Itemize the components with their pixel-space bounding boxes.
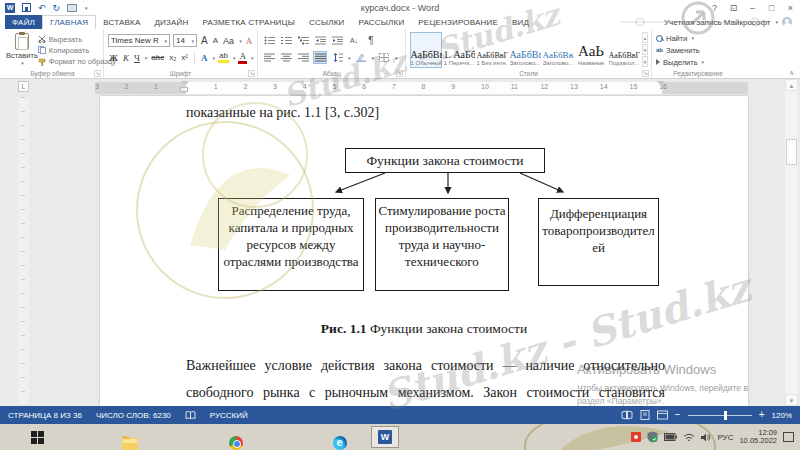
style-list-paragraph[interactable]: 1. АаБб 1 Перечи... xyxy=(443,32,475,68)
find-button[interactable]: Найти ▾ xyxy=(656,32,741,44)
tab-insert[interactable]: ВСТАВКА xyxy=(96,15,147,29)
edge-button[interactable] xyxy=(333,436,347,450)
word-count[interactable]: ЧИСЛО СЛОВ: 6230 xyxy=(96,411,171,420)
strikethrough-button[interactable]: abc xyxy=(150,53,165,62)
align-right-button[interactable] xyxy=(296,51,310,64)
shading-button[interactable] xyxy=(354,51,368,64)
undo-icon[interactable]: ↶ xyxy=(38,3,46,13)
clock[interactable]: 12:09 10.05.2022 xyxy=(739,429,777,446)
scrollbar-thumb[interactable] xyxy=(786,139,797,165)
diagram-box-differentiation[interactable]: Дифференциация товаропроизводителей xyxy=(538,198,659,286)
justify-button[interactable] xyxy=(313,51,327,64)
first-line-indent-marker[interactable] xyxy=(181,81,189,86)
tab-home[interactable]: ГЛАВНАЯ xyxy=(42,15,96,29)
body-text-line1[interactable]: Важнейшее условие действия закона стоимо… xyxy=(186,358,665,374)
style-normal[interactable]: АаБбВвГг, 1 Обычный xyxy=(410,32,442,68)
increase-indent-button[interactable] xyxy=(330,34,344,47)
tab-view[interactable]: ВИД xyxy=(505,15,536,29)
style-scroll-down-button[interactable]: ▾ xyxy=(642,44,648,55)
decrease-indent-button[interactable] xyxy=(313,34,327,47)
defender-shield-icon[interactable] xyxy=(647,431,658,443)
scroll-down-button[interactable]: ▼ xyxy=(785,394,798,406)
help-button[interactable]: ? xyxy=(705,3,724,13)
font-dialog-launcher[interactable]: ↘ xyxy=(248,70,255,77)
line-spacing-button[interactable] xyxy=(330,51,344,64)
zoom-level[interactable]: 120% xyxy=(772,411,792,420)
italic-button[interactable]: К xyxy=(122,53,130,63)
page-indicator[interactable]: СТРАНИЦА 8 ИЗ 36 xyxy=(8,411,82,420)
vertical-ruler[interactable] xyxy=(18,97,29,404)
tab-page-layout[interactable]: РАЗМЕТКА СТРАНИЦЫ xyxy=(196,15,302,29)
clear-formatting-button[interactable]: А xyxy=(245,36,254,46)
qat-customize-caret-icon[interactable]: ▾ xyxy=(85,5,88,11)
superscript-button[interactable]: x² xyxy=(180,53,189,62)
zoom-slider-thumb[interactable] xyxy=(724,411,727,420)
borders-button[interactable] xyxy=(377,51,391,64)
left-indent-marker[interactable] xyxy=(180,87,188,92)
style-title[interactable]: АаЬ Название xyxy=(575,32,607,68)
restore-button[interactable]: □ xyxy=(762,3,781,13)
font-color-button[interactable]: А xyxy=(238,52,247,64)
sort-button[interactable]: А↓ xyxy=(347,34,361,47)
vertical-scrollbar[interactable]: ▲ ▼ xyxy=(785,79,798,406)
align-left-button[interactable] xyxy=(262,51,276,64)
body-text-line2[interactable]: свободного рынка с рыночным механизмом. … xyxy=(186,385,665,401)
save-icon[interactable] xyxy=(22,3,31,12)
subscript-button[interactable]: x₂ xyxy=(168,53,177,62)
style-heading2[interactable]: АаБбВвГ Заголово... xyxy=(542,32,574,68)
read-mode-icon[interactable] xyxy=(621,410,633,420)
tab-selector[interactable]: L xyxy=(18,81,29,92)
clipboard-dialog-launcher[interactable]: ↘ xyxy=(94,70,101,77)
close-button[interactable]: × xyxy=(781,3,800,13)
tab-design[interactable]: ДИЗАЙН xyxy=(147,15,195,29)
tab-mailings[interactable]: РАССЫЛКИ xyxy=(351,15,411,29)
style-no-spacing[interactable]: АаБбВвГ 1 Без инте... xyxy=(476,32,508,68)
start-button[interactable] xyxy=(29,429,46,445)
text-effects-button[interactable]: А xyxy=(200,53,209,63)
print-icon[interactable] xyxy=(67,4,77,12)
change-case-button[interactable]: Аа xyxy=(222,36,235,46)
select-button[interactable]: Выделить ▾ xyxy=(656,56,741,68)
multilevel-list-button[interactable] xyxy=(296,34,310,47)
style-subtitle[interactable]: АаБбВвГ Подзагол... xyxy=(608,32,640,68)
language-indicator[interactable]: РУССКИЙ xyxy=(210,411,248,420)
word-taskbar-button[interactable]: W xyxy=(371,426,399,448)
chrome-button[interactable] xyxy=(229,436,243,450)
zoom-in-button[interactable]: + xyxy=(759,411,765,419)
font-name-combobox[interactable]: Times New R ▾ xyxy=(108,34,170,47)
zoom-out-button[interactable]: − xyxy=(675,411,681,419)
highlight-color-button[interactable]: ab xyxy=(218,52,229,63)
proofing-icon[interactable] xyxy=(185,411,196,420)
underline-button[interactable]: Ч xyxy=(133,53,141,63)
zoom-slider[interactable] xyxy=(688,415,752,416)
style-heading1[interactable]: АаБбВг Заголово... xyxy=(509,32,541,68)
align-center-button[interactable] xyxy=(279,51,293,64)
horizontal-ruler[interactable]: 32112345678910111213141516 xyxy=(95,82,748,94)
web-layout-icon[interactable] xyxy=(657,410,668,420)
tab-references[interactable]: ССЫЛКИ xyxy=(302,15,352,29)
bold-button[interactable]: Ж xyxy=(108,53,119,63)
tab-file[interactable]: ФАЙЛ xyxy=(5,15,42,29)
paste-button[interactable]: Вставить ▾ xyxy=(6,32,38,67)
show-marks-button[interactable]: ¶ xyxy=(364,34,378,47)
bullets-button[interactable] xyxy=(262,34,276,47)
paragraph-dialog-launcher[interactable]: ↘ xyxy=(396,70,403,77)
tray-app-icon[interactable] xyxy=(631,432,641,442)
print-layout-icon[interactable] xyxy=(640,410,650,420)
collapse-ribbon-button[interactable]: ∧ xyxy=(789,69,794,77)
wifi-icon[interactable] xyxy=(683,433,695,442)
right-indent-marker[interactable] xyxy=(657,81,665,86)
style-gallery-more-button[interactable]: ▾ xyxy=(642,56,648,67)
replace-button[interactable]: ab Заменить xyxy=(656,44,741,56)
style-scroll-up-button[interactable]: ▴ xyxy=(642,32,648,43)
speaker-icon[interactable] xyxy=(701,433,711,442)
figure-caption[interactable]: Рис. 1.1 Функции закона стоимости xyxy=(186,321,662,337)
ribbon-display-options-button[interactable]: ⊡ xyxy=(724,3,743,13)
scroll-up-button[interactable]: ▲ xyxy=(785,79,798,91)
minimize-button[interactable]: – xyxy=(743,3,762,13)
numbering-button[interactable] xyxy=(279,34,293,47)
action-center-button[interactable] xyxy=(783,432,794,442)
grow-font-button[interactable]: А xyxy=(200,35,209,46)
keyboard-language[interactable]: РУС xyxy=(717,433,733,442)
styles-dialog-launcher[interactable]: ↘ xyxy=(642,70,649,77)
